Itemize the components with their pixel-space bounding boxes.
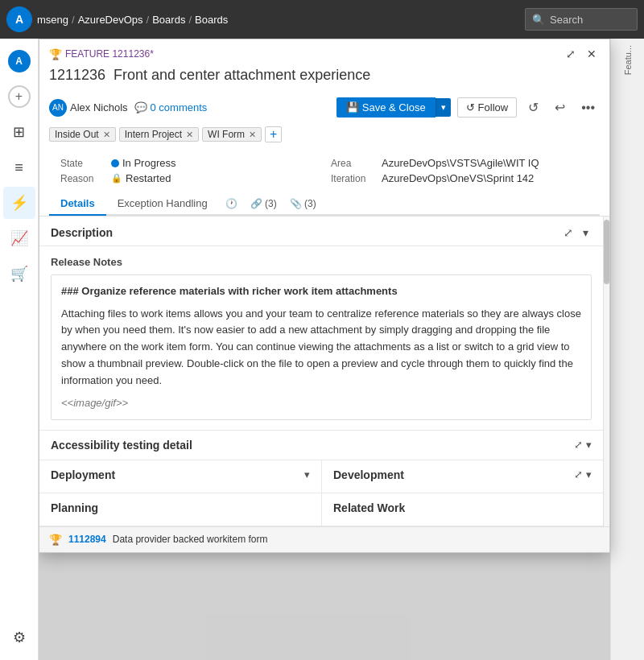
search-box[interactable]: 🔍 Search (525, 8, 638, 31)
sidebar-item-settings[interactable]: ⚙ (3, 621, 35, 654)
tag-close-intern-project[interactable]: ✕ (186, 130, 193, 140)
settings-icon: ⚙ (13, 629, 26, 646)
modal-scrollbar[interactable] (603, 217, 609, 526)
deployment-chevron-icon[interactable]: ▾ (304, 468, 310, 481)
development-chevron-icon[interactable]: ▾ (586, 468, 592, 481)
description-expand-button[interactable]: ⤢ (560, 225, 576, 241)
breadcrumb: mseng / AzureDevOps / Boards / Boards (37, 14, 228, 26)
close-button[interactable]: ✕ (584, 46, 600, 62)
tab-exception-handling[interactable]: Exception Handling (106, 192, 219, 216)
modal-title-row: 1211236 Front and center attachment expe… (49, 67, 600, 84)
save-close-label: Save & Close (362, 101, 426, 113)
feature-trophy-icon: 🏆 (49, 48, 62, 60)
state-value[interactable]: In Progress (111, 157, 175, 169)
assignee-name[interactable]: Alex Nichols (70, 101, 128, 113)
refresh-button[interactable]: ↺ (523, 97, 543, 118)
description-collapse-button[interactable]: ▾ (580, 225, 592, 241)
modal-tabs: Details Exception Handling 🕐 🔗 (3) 📎 (3) (49, 192, 600, 216)
development-expand-icon: ⤢ (574, 468, 583, 481)
search-placeholder: Search (550, 14, 583, 26)
iteration-value[interactable]: AzureDevOps\OneVS\Sprint 142 (382, 172, 534, 184)
work-item-title[interactable]: Front and center attachment experience (114, 67, 370, 84)
reason-row: Reason 🔒 Restarted (60, 172, 318, 184)
sidebar-add[interactable]: + (3, 80, 35, 113)
description-section: Description ⤢ ▾ Release Notes ### Organi… (39, 217, 603, 431)
add-tag-button[interactable]: + (265, 126, 282, 142)
task-id[interactable]: 1112894 (68, 534, 106, 545)
save-close-button[interactable]: 💾 Save & Close (336, 97, 436, 118)
deployment-icon: ▾ (304, 468, 310, 481)
feature-badge-text: FEATURE 1211236* (65, 48, 154, 60)
area-label: Area (331, 158, 375, 169)
sidebar: A + ⊞ ≡ ⚡ 📈 🛒 ⚙ (0, 39, 39, 660)
sidebar-item-analytics[interactable]: 📈 (3, 222, 35, 254)
breadcrumb-boards-2[interactable]: Boards (195, 14, 228, 26)
planning-header: Planning (51, 501, 310, 514)
sidebar-item-extensions[interactable]: 🛒 (3, 258, 35, 290)
area-value[interactable]: AzureDevOps\VSTS\Agile\WIT IQ (382, 157, 539, 169)
tag-wi-form: WI Form ✕ (202, 127, 262, 142)
sidebar-item-backlogs[interactable]: ≡ (3, 151, 35, 184)
follow-button[interactable]: ↺ Follow (457, 97, 518, 118)
state-row: State In Progress (60, 157, 318, 169)
iteration-label: Iteration (331, 173, 375, 184)
lock-icon: 🔒 (111, 173, 122, 184)
modal-body[interactable]: Description ⤢ ▾ Release Notes ### Organi… (39, 217, 603, 526)
modal-scrollbar-thumb (604, 220, 609, 284)
breadcrumb-azuredevops[interactable]: AzureDevOps (78, 14, 143, 26)
tab-details[interactable]: Details (49, 192, 106, 216)
task-text: Data provider backed workitem form (113, 534, 268, 545)
area-row: Area AzureDevOps\VSTS\Agile\WIT IQ (331, 157, 588, 169)
tag-intern-project: Intern Project ✕ (119, 127, 199, 142)
tag-label: Inside Out (55, 129, 99, 140)
save-close-group: 💾 Save & Close ▾ (336, 97, 451, 118)
deployment-title: Deployment (51, 468, 115, 481)
tag-label: Intern Project (125, 129, 182, 140)
tag-label: WI Form (208, 129, 245, 140)
queries-icon: ⚡ (10, 194, 28, 212)
comments-count: 0 comments (151, 101, 208, 113)
development-header: Development ⤢ ▾ (333, 468, 592, 481)
description-inner: Release Notes ### Organize reference mat… (39, 246, 603, 430)
save-dropdown-button[interactable]: ▾ (436, 98, 451, 117)
modal-tags: Inside Out ✕ Intern Project ✕ WI Form ✕ … (49, 123, 600, 149)
add-icon: + (8, 85, 31, 108)
save-icon: 💾 (346, 101, 359, 113)
tag-close-inside-out[interactable]: ✕ (103, 130, 110, 140)
expand-button[interactable]: ⤢ (563, 46, 579, 62)
planning-title: Planning (51, 501, 98, 514)
modal-toolbar: AN Alex Nichols 💬 0 comments 💾 Save & Cl… (49, 92, 600, 123)
planning-section: Planning (39, 493, 321, 526)
sidebar-avatar[interactable]: A (3, 45, 35, 77)
tab-attachments[interactable]: 📎 (3) (283, 193, 323, 214)
tag-close-wi-form[interactable]: ✕ (249, 130, 256, 140)
backlogs-icon: ≡ (14, 159, 23, 176)
tab-history[interactable]: 🕐 (219, 193, 244, 214)
top-navigation: A mseng / AzureDevOps / Boards / Boards … (0, 0, 644, 39)
tab-links[interactable]: 🔗 (3) (244, 193, 283, 214)
reason-value[interactable]: 🔒 Restarted (111, 172, 171, 184)
breadcrumb-boards-1[interactable]: Boards (152, 14, 185, 26)
extensions-icon: 🛒 (10, 265, 28, 283)
development-icon: ⤢ ▾ (574, 468, 592, 481)
task-trophy-icon: 🏆 (49, 534, 62, 546)
sidebar-item-queries[interactable]: ⚡ (3, 187, 35, 219)
accessibility-icons: ⤢ ▾ (574, 439, 592, 451)
right-panel: Featu... (610, 39, 644, 660)
follow-icon: ↺ (466, 101, 475, 113)
right-panel-label: Featu... (623, 45, 633, 81)
boards-icon: ⊞ (13, 123, 25, 141)
comments-button[interactable]: 💬 0 comments (134, 101, 208, 113)
breadcrumb-mseng[interactable]: mseng (37, 14, 68, 26)
related-work-title: Related Work (333, 501, 405, 514)
more-options-button[interactable]: ••• (576, 97, 600, 118)
accessibility-header[interactable]: Accessibility testing detail ⤢ ▾ (39, 431, 603, 460)
comments-icon: 💬 (134, 101, 147, 113)
state-label: State (60, 158, 105, 169)
modal-meta: State In Progress Area AzureDevOps\VSTS\… (49, 149, 600, 192)
undo-button[interactable]: ↩ (550, 97, 570, 118)
description-box[interactable]: ### Organize reference materials with ri… (51, 274, 592, 420)
sidebar-item-boards[interactable]: ⊞ (3, 116, 35, 148)
follow-label: Follow (478, 101, 509, 113)
tag-inside-out: Inside Out ✕ (49, 127, 116, 142)
